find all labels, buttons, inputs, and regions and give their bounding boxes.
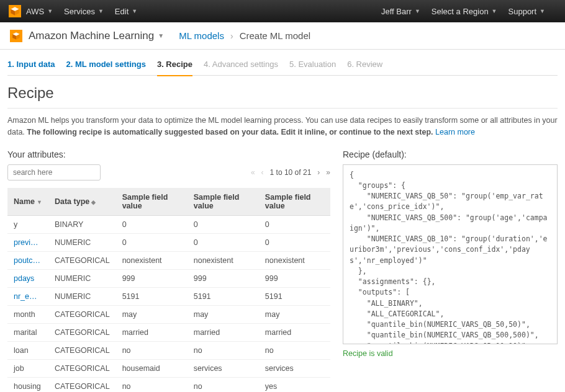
attr-type: CATEGORICAL [48, 305, 116, 323]
table-row: previousNUMERIC000 [7, 233, 330, 251]
attr-name[interactable]: poutcome [7, 251, 48, 269]
attr-sample: services [188, 359, 259, 377]
attr-name: loan [7, 341, 48, 359]
attr-sample: 0 [116, 215, 188, 233]
region-menu[interactable]: Select a Region▼ [432, 7, 497, 16]
table-row: poutcomeCATEGORICALnonexistentnonexisten… [7, 251, 330, 269]
page-title: Recipe [7, 84, 558, 102]
wizard-step[interactable]: 4. Advanced settings [204, 60, 278, 69]
breadcrumb-ml-models[interactable]: ML models [179, 30, 224, 41]
aws-label: AWS [26, 7, 44, 16]
services-label: Services [64, 7, 95, 16]
attr-type: NUMERIC [48, 269, 116, 287]
services-menu[interactable]: Services▼ [64, 7, 104, 16]
wizard-step[interactable]: 3. Recipe [157, 60, 192, 76]
aws-home-link[interactable]: AWS▼ [26, 7, 53, 16]
attr-sample: may [116, 305, 188, 323]
wizard-step[interactable]: 2. ML model settings [66, 60, 146, 69]
attr-sample: 999 [116, 269, 188, 287]
recipe-valid-status: Recipe is valid [343, 349, 558, 358]
attr-sample: married [116, 323, 188, 341]
table-row: nr_employedNUMERIC519151915191 [7, 287, 330, 305]
attr-sample: nonexistent [116, 251, 188, 269]
attr-name: housing [7, 377, 48, 392]
attributes-table: Name▼Data type◆Sample field valueSample … [7, 188, 330, 393]
table-row: maritalCATEGORICALmarriedmarriedmarried [7, 323, 330, 341]
table-row: pdaysNUMERIC999999999 [7, 269, 330, 287]
caret-down-icon: ▼ [492, 8, 497, 14]
attr-type: CATEGORICAL [48, 359, 116, 377]
recipe-label: Recipe (default): [343, 149, 558, 159]
attr-sample: 5191 [116, 287, 188, 305]
attr-sample: married [259, 323, 330, 341]
wizard-step[interactable]: 1. Input data [7, 60, 55, 69]
attr-sample: 0 [188, 215, 259, 233]
attr-type: CATEGORICAL [48, 251, 116, 269]
attr-sample: housemaid [116, 359, 188, 377]
support-label: Support [508, 7, 537, 16]
wizard-step[interactable]: 6. Review [347, 60, 382, 69]
table-header[interactable]: Data type◆ [48, 188, 116, 216]
attr-sample: no [188, 377, 259, 392]
wizard-steps: 1. Input data2. ML model settings3. Reci… [7, 53, 558, 76]
intro-text: Amazon ML helps you transform your data … [7, 115, 558, 138]
attr-name: y [7, 215, 48, 233]
attr-sample: services [259, 359, 330, 377]
service-name[interactable]: Amazon Machine Learning [29, 30, 154, 42]
table-header[interactable]: Sample field value [259, 188, 330, 216]
attr-sample: 0 [188, 233, 259, 251]
attr-type: CATEGORICAL [48, 323, 116, 341]
wizard-step[interactable]: 5. Evaluation [289, 60, 336, 69]
attr-sample: 0 [259, 233, 330, 251]
attr-type: CATEGORICAL [48, 377, 116, 392]
pager-text: 1 to 10 of 21 [270, 168, 312, 177]
attr-sample: 999 [188, 269, 259, 287]
attr-sample: 0 [259, 215, 330, 233]
attr-name[interactable]: previous [7, 233, 48, 251]
learn-more-link[interactable]: Learn more [435, 128, 475, 136]
support-menu[interactable]: Support▼ [508, 7, 545, 16]
pager-next-icon[interactable]: › [317, 168, 320, 177]
pager-prev-icon[interactable]: ‹ [261, 168, 264, 177]
caret-down-icon: ▼ [415, 8, 420, 14]
attr-sample: 999 [259, 269, 330, 287]
caret-down-icon: ▼ [158, 32, 164, 39]
caret-down-icon: ▼ [540, 8, 545, 14]
table-header[interactable]: Sample field value [188, 188, 259, 216]
attr-sample: no [259, 341, 330, 359]
caret-down-icon: ▼ [98, 8, 104, 14]
edit-label: Edit [115, 7, 129, 16]
caret-down-icon: ▼ [132, 8, 137, 14]
service-icon [10, 30, 22, 42]
attr-name: marital [7, 323, 48, 341]
attr-sample: no [116, 377, 188, 392]
attr-type: NUMERIC [48, 233, 116, 251]
attr-sample: nonexistent [259, 251, 330, 269]
breadcrumb: Amazon Machine Learning ▼ ML models › Cr… [0, 22, 565, 50]
breadcrumb-current: Create ML model [240, 30, 311, 41]
recipe-editor[interactable]: { "groups": { "NUMERIC_VARS_QB_50": "gro… [343, 164, 558, 344]
attr-sample: married [188, 323, 259, 341]
edit-menu[interactable]: Edit▼ [115, 7, 137, 16]
chevron-right-icon: › [230, 31, 233, 41]
intro-text-bold: The following recipe is automatically su… [27, 128, 433, 136]
table-row: monthCATEGORICALmaymaymay [7, 305, 330, 323]
attr-type: CATEGORICAL [48, 341, 116, 359]
table-header[interactable]: Name▼ [7, 188, 48, 216]
attr-name: month [7, 305, 48, 323]
attr-name[interactable]: pdays [7, 269, 48, 287]
attr-sample: 5191 [188, 287, 259, 305]
pager-last-icon[interactable]: » [326, 168, 330, 177]
attr-sample: 0 [116, 233, 188, 251]
aws-logo-icon [9, 5, 21, 17]
top-navbar: AWS▼ Services▼ Edit▼ Jeff Barr▼ Select a… [0, 0, 565, 22]
pager-first-icon[interactable]: « [251, 168, 255, 177]
attr-sample: may [188, 305, 259, 323]
user-menu[interactable]: Jeff Barr▼ [381, 7, 420, 16]
attr-type: NUMERIC [48, 287, 116, 305]
table-row: housingCATEGORICALnonoyes [7, 377, 330, 392]
table-header[interactable]: Sample field value [116, 188, 188, 216]
attr-name[interactable]: nr_employed [7, 287, 48, 305]
search-input[interactable] [7, 164, 101, 180]
attr-sample: nonexistent [188, 251, 259, 269]
